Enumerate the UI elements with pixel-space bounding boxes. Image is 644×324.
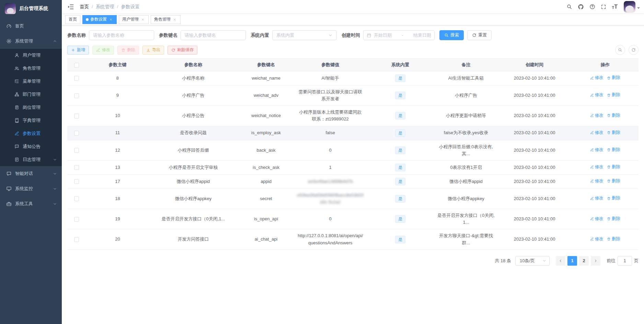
删除-button[interactable]: 删除 — [117, 46, 139, 55]
hamburger-icon[interactable] — [65, 1, 76, 12]
sidebar-item-通知公告[interactable]: 通知公告 — [0, 140, 62, 153]
builtin-select[interactable]: 系统内置 — [272, 30, 337, 40]
edit-icon — [590, 114, 594, 117]
delete-row-link[interactable]: 删除 — [607, 164, 620, 170]
delete-row-link[interactable]: 删除 — [607, 216, 620, 222]
row-checkbox[interactable] — [74, 114, 79, 118]
close-icon[interactable] — [140, 17, 145, 22]
param-key-input[interactable]: 请输入参数键名 — [181, 30, 246, 40]
delete-row-link[interactable]: 删除 — [607, 74, 620, 81]
delete-row-link[interactable]: 删除 — [607, 236, 620, 242]
delete-row-link[interactable]: 删除 — [607, 129, 620, 136]
cell-param-id: 11 — [115, 130, 120, 135]
breadcrumb-system: 系统管理 — [96, 4, 114, 10]
search-button[interactable]: 搜索 — [439, 30, 464, 40]
edit-row-link[interactable]: 修改 — [590, 129, 603, 136]
edit-row-link[interactable]: 修改 — [590, 147, 603, 153]
tab-用户管理[interactable]: 用户管理 — [119, 15, 149, 24]
search-icon[interactable] — [566, 4, 572, 10]
close-icon[interactable] — [108, 17, 113, 22]
select-all-checkbox[interactable] — [74, 63, 79, 68]
tab-角色管理[interactable]: 角色管理 — [151, 15, 181, 24]
pagination: 共 18 条 10条/页 12 前往 页 — [67, 256, 639, 273]
prev-page-button[interactable] — [556, 256, 565, 266]
edit-row-link[interactable]: 修改 — [590, 216, 603, 222]
新增-button[interactable]: 新增 — [67, 46, 89, 55]
修改-button[interactable]: 修改 — [92, 46, 114, 55]
row-checkbox[interactable] — [74, 179, 79, 184]
refresh-icon — [171, 48, 175, 52]
sidebar-menu: 首页系统管理用户管理角色管理菜单管理部门管理岗位管理字典管理参数设置通知公告日志… — [0, 17, 62, 324]
param-name-input[interactable]: 请输入参数名称 — [89, 30, 154, 40]
sidebar-item-系统工具[interactable]: 系统工具 — [0, 196, 62, 211]
cell-param-id: 19 — [115, 216, 120, 221]
font-size-icon[interactable]: TT — [612, 4, 618, 10]
row-checkbox[interactable] — [74, 131, 79, 136]
cell-create-time: 2023-02-10 10:41:00 — [514, 130, 555, 135]
sidebar-item-字典管理[interactable]: 字典管理 — [0, 114, 62, 127]
sidebar-item-系统监控[interactable]: 系统监控 — [0, 181, 62, 196]
刷新缓存-button[interactable]: 刷新缓存 — [168, 46, 197, 55]
breadcrumb-home[interactable]: 首页 — [80, 4, 89, 10]
edit-row-link[interactable]: 修改 — [590, 236, 603, 242]
row-checkbox[interactable] — [74, 237, 79, 242]
cell-remark: 开发方聊天接口-&gt;需要找群... — [439, 233, 493, 245]
column-header: 创建时间 — [497, 59, 572, 71]
sidebar-item-label: 参数设置 — [23, 130, 57, 137]
user-menu[interactable] — [624, 1, 640, 13]
sidebar-item-智能对话[interactable]: 智能对话 — [0, 166, 62, 181]
app-logo-row[interactable]: 后台管理系统 — [0, 0, 62, 17]
sidebar-item-角色管理[interactable]: 角色管理 — [0, 62, 62, 75]
row-checkbox[interactable] — [74, 93, 79, 98]
delete-row-link[interactable]: 删除 — [607, 112, 620, 119]
create-time-label: 创建时间 — [342, 32, 360, 38]
row-checkbox[interactable] — [74, 196, 79, 201]
builtin-tag: 是 — [395, 178, 405, 185]
next-page-button[interactable] — [591, 256, 600, 266]
table-row: 20开发方问答接口ai_chat_apihttp://127.0.0.1:808… — [67, 229, 639, 250]
sidebar-item-用户管理[interactable]: 用户管理 — [0, 49, 62, 62]
date-range-picker[interactable]: 开始日期 - 结束日期 — [363, 30, 435, 40]
avatar[interactable] — [624, 1, 635, 13]
sidebar-item-菜单管理[interactable]: 菜单管理 — [0, 75, 62, 88]
sidebar-item-系统管理[interactable]: 系统管理 — [0, 34, 62, 49]
fullscreen-icon[interactable] — [601, 4, 606, 10]
search-icon-button[interactable] — [615, 45, 625, 55]
edit-icon — [590, 179, 594, 183]
delete-row-link[interactable]: 删除 — [607, 178, 620, 184]
edit-row-link[interactable]: 修改 — [590, 178, 603, 184]
edit-row-link[interactable]: 修改 — [590, 74, 603, 81]
edit-row-link[interactable]: 修改 — [590, 164, 603, 170]
导出-button[interactable]: 导出 — [142, 46, 164, 55]
reset-button[interactable]: 重置 — [467, 30, 492, 40]
question-icon — [589, 4, 595, 10]
edit-row-link[interactable]: 修改 — [590, 195, 603, 201]
breadcrumb-separator: / — [117, 4, 118, 9]
delete-row-link[interactable]: 删除 — [607, 92, 620, 98]
row-checkbox[interactable] — [74, 165, 79, 170]
row-checkbox[interactable] — [74, 217, 79, 222]
edit-row-link[interactable]: 修改 — [590, 92, 603, 98]
sidebar-item-岗位管理[interactable]: 岗位管理 — [0, 101, 62, 114]
question-icon[interactable] — [589, 4, 595, 10]
sidebar-item-部门管理[interactable]: 部门管理 — [0, 88, 62, 101]
sidebar-item-参数设置[interactable]: 参数设置 — [0, 127, 62, 140]
github-icon[interactable] — [578, 4, 584, 10]
sidebar-item-首页[interactable]: 首页 — [0, 19, 62, 34]
close-icon[interactable] — [172, 17, 177, 22]
table-row: 8小程序名称weichat_nameAI智能手是AI生活智能工具箱2023-02… — [67, 71, 639, 85]
delete-row-link[interactable]: 删除 — [607, 195, 620, 201]
page-button-2[interactable]: 2 — [579, 256, 589, 266]
row-checkbox[interactable] — [74, 148, 79, 153]
refresh-icon-button[interactable] — [629, 45, 639, 55]
page-button-1[interactable]: 1 — [567, 256, 577, 266]
tab-参数设置[interactable]: 参数设置 — [82, 15, 117, 24]
delete-row-link[interactable]: 删除 — [607, 147, 620, 153]
search-icon — [444, 33, 449, 37]
row-checkbox[interactable] — [74, 76, 79, 81]
page-size-select[interactable]: 10条/页 — [515, 256, 550, 266]
sidebar-item-日志管理[interactable]: 日志管理 — [0, 153, 62, 166]
tab-首页[interactable]: 首页 — [65, 15, 80, 24]
goto-page-input[interactable] — [618, 256, 632, 266]
edit-row-link[interactable]: 修改 — [590, 112, 603, 119]
